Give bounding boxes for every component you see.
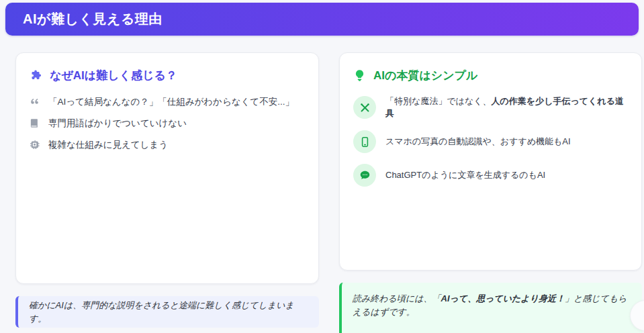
reason-text: 専門用語ばかりでついていけない [48, 117, 187, 130]
reasons-card-heading: なぜAIは難しく感じる？ [30, 68, 305, 83]
skeptic-note: 確かにAIは、専門的な説明をされると途端に難しく感じてしまいます。 [15, 296, 319, 328]
chip-icon [30, 140, 40, 150]
essence-card-heading: AIの本質はシンプル [353, 68, 628, 83]
essence-card-title: AIの本質はシンプル [373, 68, 477, 83]
list-item: 「AIって結局なんなの？」「仕組みがわからなくて不安...」 [30, 95, 305, 108]
essence-card: AIの本質はシンプル 「特別な魔法」ではなく、人の作業を少し手伝ってくれる道具 [339, 52, 642, 271]
reason-text: 「AIって結局なんなの？」「仕組みがわからなくて不安...」 [48, 95, 294, 108]
tools-icon [353, 96, 376, 119]
page-title-bar: AIが難しく見える理由 [5, 3, 639, 36]
list-item: ChatGPTのように文章を生成するのもAI [353, 164, 628, 187]
skeptic-note-text: 確かにAIは、専門的な説明をされると途端に難しく感じてしまいます。 [29, 299, 308, 326]
reasons-card: なぜAIは難しく感じる？ 「AIって結局なんなの？」「仕組みがわからなくて不安.… [15, 52, 319, 284]
phone-icon [353, 130, 376, 153]
reassurance-note: 読み終わる頃には、「AIって、思っていたより身近！」と感じてもらえるはずです。 [339, 283, 642, 333]
essence-text: ChatGPTのように文章を生成するのもAI [385, 169, 545, 181]
reasons-card-title: なぜAIは難しく感じる？ [50, 68, 177, 83]
essence-list: 「特別な魔法」ではなく、人の作業を少し手伝ってくれる道具 スマホの写真の自動認識… [353, 95, 628, 187]
essence-text: 「特別な魔法」ではなく、人の作業を少し手伝ってくれる道具 [385, 95, 628, 120]
chat-icon [353, 164, 376, 187]
reasons-list: 「AIって結局なんなの？」「仕組みがわからなくて不安...」 専門用語ばかりでつ… [30, 95, 305, 151]
reassurance-note-text: 読み終わる頃には、「AIって、思っていたより身近！」と感じてもらえるはずです。 [353, 292, 631, 319]
list-item: スマホの写真の自動認識や、おすすめ機能もAI [353, 130, 628, 153]
page-title: AIが難しく見える理由 [23, 10, 163, 28]
list-item: 専門用語ばかりでついていけない [30, 117, 305, 130]
reason-text: 複雑な仕組みに見えてしまう [48, 138, 168, 151]
puzzle-icon [30, 69, 42, 82]
lightbulb-icon [353, 69, 366, 82]
list-item: 「特別な魔法」ではなく、人の作業を少し手伝ってくれる道具 [353, 95, 628, 120]
quote-icon [30, 97, 40, 107]
essence-text: スマホの写真の自動認識や、おすすめ機能もAI [385, 136, 571, 148]
book-icon [30, 118, 40, 128]
list-item: 複雑な仕組みに見えてしまう [30, 138, 305, 151]
